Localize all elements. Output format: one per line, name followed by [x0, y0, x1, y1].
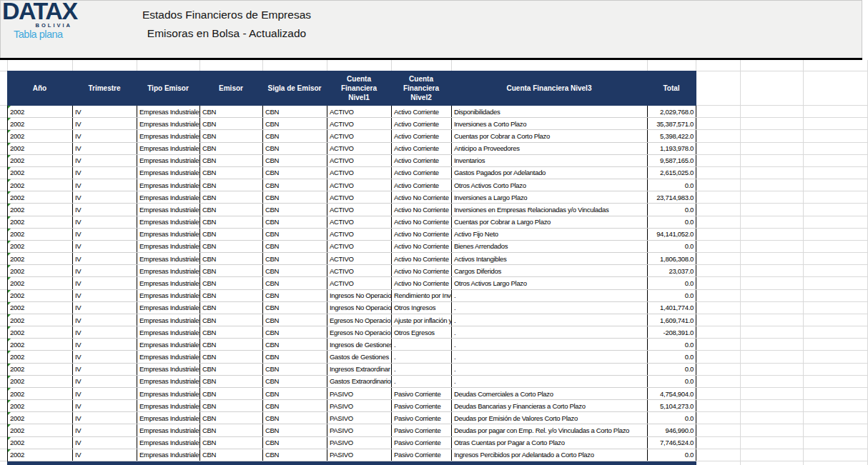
cell-nivel3[interactable]: Inversiones a Corto Plazo	[452, 118, 648, 129]
cell-emisor[interactable]: CBN	[200, 229, 263, 240]
column-header-trimestre[interactable]: Trimestre	[72, 71, 137, 106]
cell-emisor[interactable]: CBN	[200, 339, 263, 350]
cell-tipo_emisor[interactable]: Empresas Industriales	[137, 143, 200, 154]
cell-nivel2[interactable]: Activo No Corriente	[392, 204, 452, 215]
cell-ano[interactable]: 2002	[8, 179, 73, 191]
cell-tipo_emisor[interactable]: Empresas Industriales	[137, 388, 200, 399]
cell-emisor[interactable]: CBN	[200, 400, 263, 411]
cell-ano[interactable]: 2002	[8, 351, 73, 362]
cell-nivel1[interactable]: Gastos Extraordinario	[327, 376, 392, 387]
cell-ano[interactable]: 2002	[8, 364, 73, 375]
cell-ano[interactable]: 2002	[8, 449, 73, 461]
cell-trimestre[interactable]: IV	[73, 314, 137, 326]
cell-sigla[interactable]: CBN	[263, 437, 327, 449]
column-header-sigla-de-emisor[interactable]: Sigla de Emisor	[262, 71, 327, 106]
cell-total[interactable]: 0.0	[648, 364, 696, 375]
cell-trimestre[interactable]: IV	[73, 130, 137, 141]
cell-total[interactable]: 1,609,741.0	[648, 314, 696, 326]
cell-emisor[interactable]: CBN	[200, 106, 263, 117]
cell-nivel1[interactable]: ACTIVO	[327, 241, 392, 252]
cell-ano[interactable]: 2002	[8, 229, 73, 240]
cell-ano[interactable]: 2002	[8, 290, 73, 301]
cell-nivel3[interactable]: .	[452, 290, 648, 301]
cell-emisor[interactable]: CBN	[200, 241, 263, 252]
cell-nivel2[interactable]: Pasivo Corriente	[392, 412, 452, 424]
cell-nivel2[interactable]: Activo Corriente	[392, 155, 452, 166]
cell-sigla[interactable]: CBN	[263, 130, 327, 141]
cell-tipo_emisor[interactable]: Empresas Industriales	[137, 241, 200, 252]
cell-sigla[interactable]: CBN	[263, 118, 327, 129]
column-header-cuenta-financiera-nivel3[interactable]: Cuenta Financiera Nivel3	[451, 71, 647, 106]
cell-trimestre[interactable]: IV	[73, 191, 137, 203]
cell-nivel1[interactable]: ACTIVO	[327, 204, 392, 215]
cell-total[interactable]: 5,104,273.0	[648, 400, 696, 411]
cell-ano[interactable]: 2002	[8, 130, 73, 141]
cell-total[interactable]: 0.0	[648, 376, 696, 387]
cell-ano[interactable]: 2002	[8, 277, 73, 289]
cell-sigla[interactable]: CBN	[263, 106, 327, 117]
cell-trimestre[interactable]: IV	[73, 143, 137, 154]
cell-nivel3[interactable]: Otros Activos Corto Plazo	[452, 179, 648, 191]
cell-nivel2[interactable]: Activo No Corriente	[392, 241, 452, 252]
cell-nivel1[interactable]: Ingresos No Operacio	[327, 290, 392, 301]
cell-trimestre[interactable]: IV	[73, 167, 137, 179]
cell-sigla[interactable]: CBN	[263, 314, 327, 326]
cell-sigla[interactable]: CBN	[263, 412, 327, 424]
cell-total[interactable]: -208,391.0	[648, 326, 696, 338]
cell-trimestre[interactable]: IV	[73, 265, 137, 276]
cell-nivel2[interactable]: .	[392, 351, 452, 362]
cell-trimestre[interactable]: IV	[73, 241, 137, 252]
cell-nivel2[interactable]: .	[392, 364, 452, 375]
cell-tipo_emisor[interactable]: Empresas Industriales	[137, 424, 200, 436]
cell-sigla[interactable]: CBN	[263, 216, 327, 228]
cell-nivel3[interactable]: Ingresos Percibidos por Adelantado a Cor…	[452, 449, 648, 461]
cell-emisor[interactable]: CBN	[200, 424, 263, 436]
cell-nivel3[interactable]: .	[452, 351, 648, 362]
cell-emisor[interactable]: CBN	[200, 449, 263, 461]
cell-total[interactable]: 2,615,025.0	[648, 167, 696, 179]
cell-nivel2[interactable]: Rendimiento por Inve	[392, 290, 452, 301]
cell-emisor[interactable]: CBN	[200, 326, 263, 338]
cell-emisor[interactable]: CBN	[200, 130, 263, 141]
cell-nivel2[interactable]: Ajuste por inflación y	[392, 314, 452, 326]
cell-nivel3[interactable]: Inversiones a Largo Plazo	[452, 191, 648, 203]
cell-trimestre[interactable]: IV	[73, 216, 137, 228]
cell-tipo_emisor[interactable]: Empresas Industriales	[137, 412, 200, 424]
cell-trimestre[interactable]: IV	[73, 155, 137, 166]
cell-tipo_emisor[interactable]: Empresas Industriales	[137, 400, 200, 411]
cell-sigla[interactable]: CBN	[263, 265, 327, 276]
cell-nivel2[interactable]: Activo Corriente	[392, 130, 452, 141]
cell-emisor[interactable]: CBN	[200, 155, 263, 166]
cell-tipo_emisor[interactable]: Empresas Industriales	[137, 364, 200, 375]
cell-nivel2[interactable]: Pasivo Corriente	[392, 400, 452, 411]
cell-nivel2[interactable]: Otros Ingresos	[392, 302, 452, 314]
cell-sigla[interactable]: CBN	[263, 167, 327, 179]
cell-nivel3[interactable]: Deudas Bancarias y Financieras a Corto P…	[452, 400, 648, 411]
cell-sigla[interactable]: CBN	[263, 339, 327, 350]
cell-nivel1[interactable]: Egresos No Operacio	[327, 314, 392, 326]
cell-trimestre[interactable]: IV	[73, 412, 137, 424]
cell-total[interactable]: 7,746,524.0	[648, 437, 696, 449]
cell-nivel3[interactable]: Otros Activos Largo Plazo	[452, 277, 648, 289]
cell-total[interactable]: 0.0	[648, 449, 696, 461]
cell-nivel1[interactable]: ACTIVO	[327, 179, 392, 191]
cell-trimestre[interactable]: IV	[73, 277, 137, 289]
cell-ano[interactable]: 2002	[8, 437, 73, 449]
cell-total[interactable]: 0.0	[648, 290, 696, 301]
cell-total[interactable]: 94,141,052.0	[648, 229, 696, 240]
cell-nivel1[interactable]: ACTIVO	[327, 106, 392, 117]
cell-sigla[interactable]: CBN	[263, 229, 327, 240]
cell-nivel1[interactable]: Ingresos No Operacio	[327, 302, 392, 314]
cell-sigla[interactable]: CBN	[263, 290, 327, 301]
cell-emisor[interactable]: CBN	[200, 437, 263, 449]
cell-trimestre[interactable]: IV	[73, 400, 137, 411]
cell-nivel2[interactable]: Otros Egresos	[392, 326, 452, 338]
cell-sigla[interactable]: CBN	[263, 400, 327, 411]
cell-emisor[interactable]: CBN	[200, 388, 263, 399]
cell-tipo_emisor[interactable]: Empresas Industriales	[137, 351, 200, 362]
cell-ano[interactable]: 2002	[8, 253, 73, 264]
cell-ano[interactable]: 2002	[8, 191, 73, 203]
cell-nivel1[interactable]: Ingresos Extraordinar	[327, 364, 392, 375]
cell-total[interactable]: 0.0	[648, 204, 696, 215]
cell-emisor[interactable]: CBN	[200, 253, 263, 264]
